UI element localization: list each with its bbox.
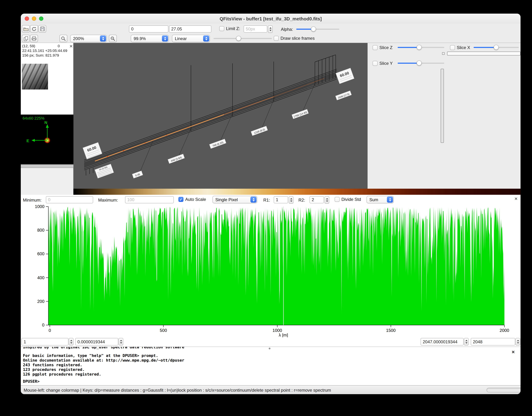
- slice-x-checkbox[interactable]: Slice X: [450, 45, 470, 50]
- left-scrollbar[interactable]: [21, 164, 73, 168]
- tick-plaque: 448 (3.84): [168, 154, 185, 164]
- pixel-mode-value: Single Pixel: [213, 197, 251, 202]
- checkbox-box: [335, 197, 340, 202]
- console-line: 123 procedures registered.: [23, 367, 85, 372]
- draw-slice-frames-label: Draw slice frames: [281, 36, 315, 41]
- title-bar[interactable]: QFitsView - buffer1 [test_ifu_3D_method0…: [21, 14, 521, 24]
- wavelength-cursor[interactable]: [283, 207, 284, 325]
- updown-arrows-icon: [251, 197, 257, 203]
- slice-y-checkbox[interactable]: Slice Y: [373, 61, 393, 66]
- end-channel-stepper[interactable]: [515, 338, 520, 345]
- spectrum-plot[interactable]: 1000 800 600 400 200 0 0 500 1000 1500 2…: [21, 204, 521, 337]
- draw-slice-frames-checkbox[interactable]: Draw slice frames: [274, 36, 315, 41]
- y-axis-labels: 1000 800 600 400 200 0: [35, 204, 44, 327]
- copy-button[interactable]: [22, 35, 30, 42]
- r2-stepper[interactable]: [325, 196, 329, 204]
- spectrum-close-button[interactable]: ×: [514, 196, 518, 201]
- slice-z-checkbox[interactable]: Slice Z: [373, 45, 392, 50]
- zoom-view-panel[interactable]: 64x60 225% N E: [21, 114, 73, 164]
- zoom-level-combo[interactable]: 200%: [70, 35, 107, 42]
- slice-z-slider[interactable]: [398, 44, 444, 50]
- info-close-button[interactable]: ×: [69, 44, 73, 48]
- copy-icon: [23, 36, 28, 41]
- floppy-disk-icon: [40, 27, 45, 31]
- open-file-button[interactable]: [22, 25, 30, 33]
- svg-text:0: 0: [42, 322, 44, 327]
- window-title: QFitsView - buffer1 [test_ifu_3D_method0…: [21, 16, 521, 21]
- reload-button[interactable]: [30, 25, 38, 33]
- alpha-slider[interactable]: [296, 26, 339, 32]
- save-button[interactable]: [38, 25, 46, 33]
- axis-end-plaque: 60.00: [336, 68, 354, 84]
- slice-x-slider[interactable]: [474, 44, 519, 50]
- cut-high-input[interactable]: [169, 25, 211, 33]
- svg-text:0: 0: [48, 328, 51, 333]
- start-channel-input[interactable]: [21, 338, 68, 345]
- left-filler: [21, 168, 73, 195]
- pixel-mode-popup[interactable]: Single Pixel: [213, 196, 257, 203]
- wcs-coordinates: 22:41:15.161 +25:05:44.69: [22, 48, 67, 53]
- auto-scale-label: Auto Scale: [185, 197, 206, 202]
- svg-text:200: 200: [37, 299, 44, 304]
- start-value-stepper[interactable]: [119, 338, 123, 345]
- checkbox-box: [373, 61, 377, 66]
- svg-text:2000: 2000: [500, 328, 509, 333]
- updown-arrows-icon: [100, 36, 106, 42]
- slice-y-scrollbar[interactable]: [441, 69, 444, 143]
- print-button[interactable]: [30, 35, 38, 42]
- divide-std-checkbox[interactable]: Divide Std: [335, 197, 361, 202]
- zoom-in-button[interactable]: [109, 35, 117, 42]
- qfitsview-window: QFitsView - buffer1 [test_ifu_3D_method0…: [21, 14, 521, 394]
- limit-z-checkbox[interactable]: Limit Z:: [219, 26, 240, 31]
- end-channel-input[interactable]: [471, 338, 515, 345]
- north-label: N: [44, 120, 47, 125]
- cube-3d-view[interactable]: 60.00 64 (0.58) 0.45 448 (3.84) 768 (6.2…: [73, 43, 368, 189]
- progress-indicator: [486, 388, 521, 392]
- axis-start-plaque: 60.00: [83, 142, 102, 159]
- cut-low-input[interactable]: [129, 25, 168, 33]
- tick-plaque: 0.45: [132, 170, 143, 178]
- slice-y-slider[interactable]: [398, 60, 444, 66]
- console-close-button[interactable]: ×: [512, 350, 515, 354]
- status-text: Mouse-left: change colormap | Keys: d/p=…: [24, 388, 331, 393]
- contrast-slider[interactable]: [213, 36, 272, 41]
- stretch-value: Linear: [172, 36, 203, 41]
- r1-input[interactable]: [274, 196, 288, 203]
- minimum-label: Minimum:: [23, 198, 42, 203]
- limit-z-label: Limit Z:: [226, 26, 240, 31]
- magnifier-icon: [61, 36, 66, 41]
- end-tick-plaque: 2048 (17.5): [335, 91, 352, 100]
- zoom-dims-label: 64x60 225%: [23, 116, 44, 120]
- slice-y-label: Slice Y: [379, 61, 393, 66]
- start-channel-stepper[interactable]: [69, 338, 73, 345]
- image-thumbnail[interactable]: [22, 64, 48, 89]
- colormap-bar[interactable]: [73, 189, 521, 195]
- maximum-input[interactable]: [125, 196, 174, 203]
- zoom-out-button[interactable]: [59, 35, 67, 42]
- r2-input[interactable]: [310, 196, 324, 203]
- slice-indicator-square: [442, 52, 445, 55]
- limit-z-stepper[interactable]: [268, 25, 273, 33]
- scale-percent-popup[interactable]: 99.9%: [131, 35, 169, 42]
- start-value-input[interactable]: [75, 338, 118, 345]
- dpuser-console[interactable]: × Inspired by the original IDL dp_user s…: [21, 347, 521, 385]
- limit-z-value-input[interactable]: [244, 25, 267, 33]
- method-popup[interactable]: Sum: [367, 196, 394, 203]
- tick-leaders: [140, 81, 316, 172]
- minimum-input[interactable]: [46, 196, 93, 203]
- console-prompt[interactable]: DPUSER>: [23, 379, 39, 384]
- alpha-label: Alpha:: [281, 27, 293, 32]
- auto-scale-checkbox[interactable]: Auto Scale: [178, 197, 206, 202]
- slice-x-scrollbar[interactable]: [447, 52, 521, 56]
- end-value-stepper[interactable]: [464, 338, 469, 345]
- checkbox-box: [178, 197, 184, 202]
- folder-icon: [23, 27, 29, 31]
- slice-x-label: Slice X: [457, 45, 470, 50]
- r2-label: R2:: [299, 198, 305, 203]
- stretch-popup[interactable]: Linear: [172, 35, 210, 42]
- end-value-input[interactable]: [421, 338, 464, 345]
- divide-std-label: Divide Std: [341, 197, 361, 202]
- checkbox-box: [219, 26, 224, 31]
- tick-plaque: 1768 (14.40): [292, 109, 309, 119]
- r1-stepper[interactable]: [289, 196, 293, 204]
